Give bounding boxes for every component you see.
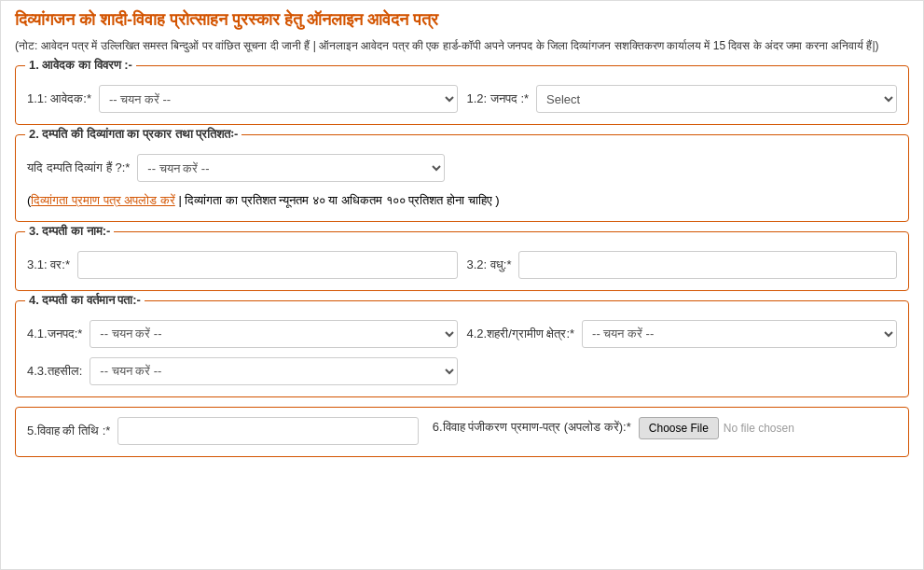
section-5-6: 5.विवाह की तिथि :* 6.विवाह पंजीकरण प्रमा… [15,407,909,457]
disability-note-close: ) [492,193,500,207]
section-2: 2. दम्पति की दिव्यांगता का प्रकार तथा प्… [15,134,909,222]
field-5-label: 5.विवाह की तिथि :* [27,424,110,438]
field-1-2-group: 1.2: जनपद :* Select [467,85,898,113]
disability-upload-link[interactable]: दिव्यांगता प्रमाण पत्र अपलोड करें [31,193,174,207]
section-1-title: 1. आवेदक का विवरण :- [25,58,136,73]
field-2-select[interactable]: -- चयन करें -- [137,154,444,182]
field-3-2-input[interactable] [518,251,897,279]
field-4-1-label: 4.1.जनपद:* [27,327,82,341]
section-3-title: 3. दम्पती का नाम:- [25,224,114,239]
field-4-2-label: 4.2.शहरी/ग्रामीण क्षेत्र:* [467,327,575,341]
section-3: 3. दम्पती का नाम:- 3.1: वर:* 3.2: वधु:* [15,231,909,291]
no-file-text: No file chosen [724,422,794,435]
file-input-wrapper: Choose File No file chosen [639,417,794,439]
field-4-3-select[interactable]: -- चयन करें -- [90,357,457,385]
field-6-label: 6.विवाह पंजीकरण प्रमाण-पत्र (अपलोड करें)… [433,420,631,436]
field-4-1-select[interactable]: -- चयन करें -- [90,320,457,348]
field-1-1-label: 1.1: आवेदक:* [27,91,91,106]
field-1-2-label: 1.2: जनपद :* [467,91,530,106]
field-4-3-label: 4.3.तहसील: [27,364,82,379]
field-2-group: यदि दम्पति दिव्यांग हैं ?:* -- चयन करें … [27,154,445,182]
field-3-2-group: 3.2: वधु:* [467,251,898,279]
field-3-1-group: 3.1: वर:* [27,251,458,279]
field-4-3-group: 4.3.तहसील: -- चयन करें -- [27,357,458,385]
section-4: 4. दम्पती का वर्तमान पता:- 4.1.जनपद:* --… [15,300,909,397]
section-2-title: 2. दम्पति की दिव्यांगता का प्रकार तथा प्… [25,127,241,142]
field-2-label: यदि दम्पति दिव्यांग हैं ?:* [27,160,130,175]
section-2-row: यदि दम्पति दिव्यांग हैं ?:* -- चयन करें … [27,154,897,182]
field-1-1-group: 1.1: आवेदक:* -- चयन करें -- [27,85,458,113]
field-4-1-group: 4.1.जनपद:* -- चयन करें -- [27,320,458,348]
disability-note: (दिव्यांगता प्रमाण पत्र अपलोड करें | दिव… [27,191,897,210]
section-4-row1: 4.1.जनपद:* -- चयन करें -- 4.2.शहरी/ग्राम… [27,320,897,348]
field-1-2-select[interactable]: Select [536,85,897,113]
section-3-row: 3.1: वर:* 3.2: वधु:* [27,251,897,279]
section-1: 1. आवेदक का विवरण :- 1.1: आवेदक:* -- चयन… [15,65,909,125]
field-1-1-select[interactable]: -- चयन करें -- [99,85,458,113]
field-3-1-input[interactable] [77,251,458,279]
field-6-group: 6.विवाह पंजीकरण प्रमाण-पत्र (अपलोड करें)… [433,417,897,439]
field-5-group: 5.विवाह की तिथि :* [27,417,419,445]
field-3-1-label: 3.1: वर:* [27,257,70,272]
section-1-row: 1.1: आवेदक:* -- चयन करें -- 1.2: जनपद :*… [27,85,897,113]
field-3-2-label: 3.2: वधु:* [467,257,512,272]
section-4-title: 4. दम्पती का वर्तमान पता:- [25,293,145,308]
field-4-2-select[interactable]: -- चयन करें -- [582,320,897,348]
note-text: (नोट: आवेदन पत्र में उल्लिखित समस्त बिन्… [15,37,909,54]
disability-separator: | [175,193,186,207]
main-container: दिव्यांगजन को शादी-विवाह प्रोत्साहन पुरस… [0,0,924,570]
field-4-2-group: 4.2.शहरी/ग्रामीण क्षेत्र:* -- चयन करें -… [467,320,898,348]
disability-note-rest: दिव्यांगता का प्रतिशत न्यूनतम ४० या अधिक… [185,193,491,207]
section-5-6-row: 5.विवाह की तिथि :* 6.विवाह पंजीकरण प्रमा… [27,417,897,445]
page-title: दिव्यांगजन को शादी-विवाह प्रोत्साहन पुरस… [15,10,909,30]
section-4-row2: 4.3.तहसील: -- चयन करें -- [27,357,897,385]
choose-file-button[interactable]: Choose File [639,417,719,439]
field-5-input[interactable] [117,417,418,445]
